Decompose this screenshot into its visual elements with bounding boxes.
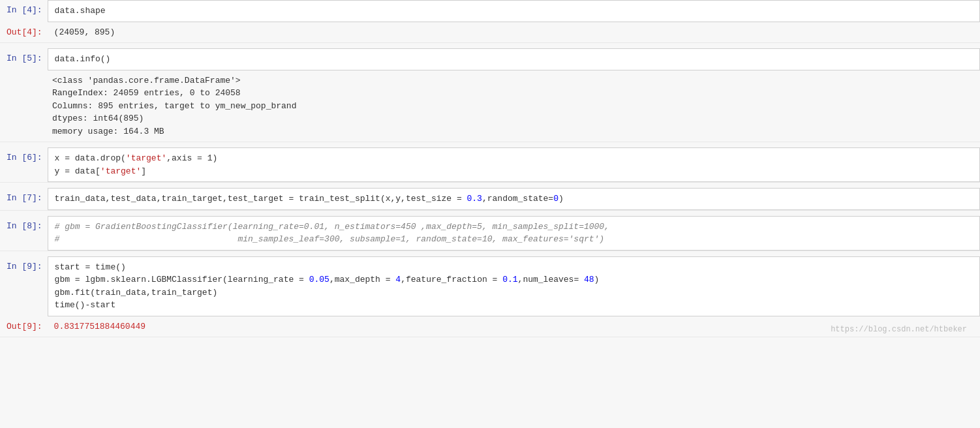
cell-7-code[interactable]: train_data,test_data,train_target,test_t…: [48, 188, 980, 210]
cell-5-output-row: <class 'pandas.core.frame.DataFrame'> Ra…: [0, 70, 980, 142]
cell-5-input-row: In [5]: data.info(): [0, 48, 980, 70]
cell-5: In [5]: data.info() <class 'pandas.core.…: [0, 48, 980, 142]
cell-4-out-label: Out[4]:: [0, 22, 48, 43]
cell-9-code[interactable]: start = time() gbm = lgbm.sklearn.LGBMCl…: [48, 256, 980, 316]
cell-4-output-row: Out[4]: (24059, 895): [0, 22, 980, 43]
cell-6-in-label: In [6]:: [0, 147, 48, 168]
cell-7-in-label: In [7]:: [0, 188, 48, 209]
cell-6-input-row: In [6]: x = data.drop('target',axis = 1)…: [0, 147, 980, 182]
cell-5-out-spacer: [0, 70, 46, 78]
cell-4-code[interactable]: data.shape: [48, 0, 980, 22]
cell-9-out-label: Out[9]:: [0, 316, 48, 337]
cell-5-in-label: In [5]:: [0, 48, 48, 69]
cell-4-output: (24059, 895): [48, 22, 980, 43]
cell-7-input-row: In [7]: train_data,test_data,train_targe…: [0, 188, 980, 210]
cell-4: In [4]: data.shape Out[4]: (24059, 895): [0, 0, 980, 43]
cell-9-input-row: In [9]: start = time() gbm = lgbm.sklear…: [0, 256, 980, 316]
cell-7: In [7]: train_data,test_data,train_targe…: [0, 188, 980, 211]
cell-6-code[interactable]: x = data.drop('target',axis = 1) y = dat…: [48, 147, 980, 182]
cell-9: In [9]: start = time() gbm = lgbm.sklear…: [0, 256, 980, 338]
cell-5-code[interactable]: data.info(): [48, 48, 980, 70]
notebook: In [4]: data.shape Out[4]: (24059, 895) …: [0, 0, 980, 428]
cell-5-output: <class 'pandas.core.frame.DataFrame'> Ra…: [46, 70, 980, 142]
cell-4-in-label: In [4]:: [0, 0, 48, 21]
cell-8-in-label: In [8]:: [0, 216, 48, 237]
cell-4-input-row: In [4]: data.shape: [0, 0, 980, 22]
watermark: https://blog.csdn.net/htbeker: [831, 325, 967, 334]
cell-8-code[interactable]: # gbm = GradientBoostingClassifier(learn…: [48, 216, 980, 251]
cell-8: In [8]: # gbm = GradientBoostingClassifi…: [0, 216, 980, 251]
cell-6: In [6]: x = data.drop('target',axis = 1)…: [0, 147, 980, 183]
cell-9-in-label: In [9]:: [0, 256, 48, 277]
cell-8-input-row: In [8]: # gbm = GradientBoostingClassifi…: [0, 216, 980, 251]
